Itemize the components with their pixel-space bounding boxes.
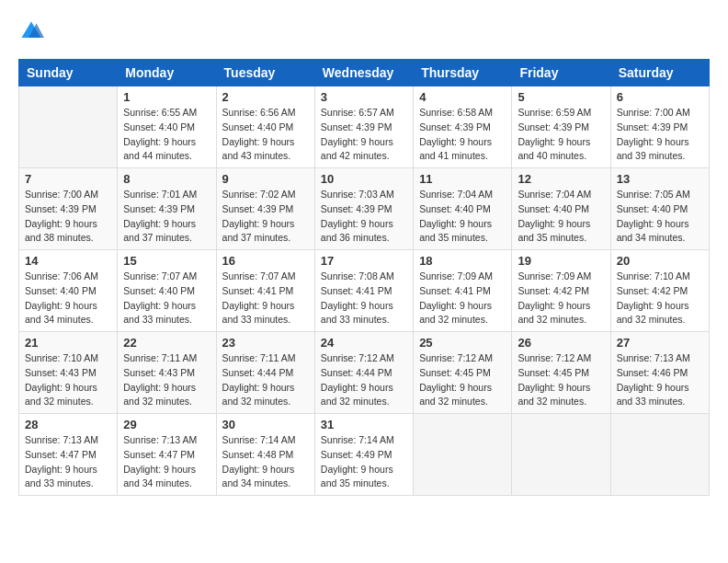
day-number: 7 — [25, 172, 111, 186]
calendar-cell: 2Sunrise: 6:56 AMSunset: 4:40 PMDaylight… — [216, 86, 314, 168]
calendar-cell: 30Sunrise: 7:14 AMSunset: 4:48 PMDayligh… — [216, 414, 314, 496]
day-number: 27 — [617, 336, 703, 350]
calendar-cell: 23Sunrise: 7:11 AMSunset: 4:44 PMDayligh… — [216, 332, 314, 414]
weekday-header-sunday: Sunday — [19, 60, 118, 86]
day-info: Sunrise: 6:55 AMSunset: 4:40 PMDaylight:… — [123, 106, 210, 164]
calendar-week-2: 7Sunrise: 7:00 AMSunset: 4:39 PMDaylight… — [19, 168, 710, 250]
day-number: 14 — [25, 254, 111, 268]
day-info: Sunrise: 7:10 AMSunset: 4:42 PMDaylight:… — [617, 270, 703, 327]
calendar-week-1: 1Sunrise: 6:55 AMSunset: 4:40 PMDaylight… — [19, 86, 710, 168]
weekday-header-thursday: Thursday — [414, 60, 512, 86]
calendar-cell: 1Sunrise: 6:55 AMSunset: 4:40 PMDaylight… — [118, 86, 216, 168]
day-info: Sunrise: 6:56 AMSunset: 4:40 PMDaylight:… — [222, 106, 309, 164]
day-number: 2 — [222, 90, 309, 104]
day-info: Sunrise: 7:13 AMSunset: 4:46 PMDaylight:… — [617, 351, 703, 409]
weekday-header-saturday: Saturday — [610, 60, 709, 86]
day-info: Sunrise: 6:58 AMSunset: 4:39 PMDaylight:… — [419, 106, 506, 164]
day-number: 25 — [419, 336, 506, 350]
calendar-cell: 27Sunrise: 7:13 AMSunset: 4:46 PMDayligh… — [610, 332, 709, 414]
day-number: 29 — [123, 418, 210, 431]
calendar-cell: 12Sunrise: 7:04 AMSunset: 4:40 PMDayligh… — [512, 168, 610, 250]
day-number: 30 — [222, 418, 309, 431]
calendar-cell: 14Sunrise: 7:06 AMSunset: 4:40 PMDayligh… — [19, 250, 118, 332]
day-info: Sunrise: 7:13 AMSunset: 4:47 PMDaylight:… — [25, 433, 111, 491]
calendar-week-5: 28Sunrise: 7:13 AMSunset: 4:47 PMDayligh… — [19, 414, 710, 496]
calendar-cell: 19Sunrise: 7:09 AMSunset: 4:42 PMDayligh… — [512, 250, 610, 332]
day-info: Sunrise: 7:12 AMSunset: 4:45 PMDaylight:… — [518, 351, 604, 409]
day-number: 15 — [123, 254, 210, 268]
calendar-cell: 6Sunrise: 7:00 AMSunset: 4:39 PMDaylight… — [610, 86, 709, 168]
logo — [18, 18, 48, 44]
day-info: Sunrise: 7:09 AMSunset: 4:41 PMDaylight:… — [419, 270, 506, 327]
calendar-cell: 3Sunrise: 6:57 AMSunset: 4:39 PMDaylight… — [314, 86, 413, 168]
day-number: 11 — [419, 172, 506, 186]
calendar-cell: 5Sunrise: 6:59 AMSunset: 4:39 PMDaylight… — [512, 86, 610, 168]
day-number: 31 — [321, 418, 407, 431]
calendar-cell — [512, 414, 610, 496]
day-info: Sunrise: 7:12 AMSunset: 4:45 PMDaylight:… — [419, 351, 506, 409]
calendar-week-3: 14Sunrise: 7:06 AMSunset: 4:40 PMDayligh… — [19, 250, 710, 332]
day-number: 20 — [617, 254, 703, 268]
weekday-header-friday: Friday — [512, 60, 610, 86]
calendar-cell: 7Sunrise: 7:00 AMSunset: 4:39 PMDaylight… — [19, 168, 118, 250]
calendar-cell: 16Sunrise: 7:07 AMSunset: 4:41 PMDayligh… — [216, 250, 314, 332]
calendar-cell: 13Sunrise: 7:05 AMSunset: 4:40 PMDayligh… — [610, 168, 709, 250]
day-number: 17 — [321, 254, 407, 268]
day-info: Sunrise: 7:03 AMSunset: 4:39 PMDaylight:… — [321, 188, 407, 246]
day-info: Sunrise: 7:11 AMSunset: 4:43 PMDaylight:… — [123, 351, 210, 409]
day-number: 22 — [123, 336, 210, 350]
weekday-header-monday: Monday — [118, 60, 216, 86]
day-info: Sunrise: 6:59 AMSunset: 4:39 PMDaylight:… — [518, 106, 604, 164]
day-info: Sunrise: 7:00 AMSunset: 4:39 PMDaylight:… — [617, 106, 703, 164]
day-number: 6 — [617, 90, 703, 104]
calendar-header-row: SundayMondayTuesdayWednesdayThursdayFrid… — [19, 60, 710, 86]
day-number: 9 — [222, 172, 309, 186]
calendar-cell: 9Sunrise: 7:02 AMSunset: 4:39 PMDaylight… — [216, 168, 314, 250]
calendar-cell: 25Sunrise: 7:12 AMSunset: 4:45 PMDayligh… — [414, 332, 512, 414]
calendar-cell: 8Sunrise: 7:01 AMSunset: 4:39 PMDaylight… — [118, 168, 216, 250]
day-number: 8 — [123, 172, 210, 186]
day-number: 26 — [518, 336, 604, 350]
calendar-table: SundayMondayTuesdayWednesdayThursdayFrid… — [18, 59, 710, 496]
day-info: Sunrise: 7:14 AMSunset: 4:48 PMDaylight:… — [222, 433, 309, 491]
calendar-cell: 29Sunrise: 7:13 AMSunset: 4:47 PMDayligh… — [118, 414, 216, 496]
day-number: 21 — [25, 336, 111, 350]
calendar-cell — [414, 414, 512, 496]
calendar-cell: 10Sunrise: 7:03 AMSunset: 4:39 PMDayligh… — [314, 168, 413, 250]
day-number: 19 — [518, 254, 604, 268]
calendar-cell: 24Sunrise: 7:12 AMSunset: 4:44 PMDayligh… — [314, 332, 413, 414]
day-info: Sunrise: 7:04 AMSunset: 4:40 PMDaylight:… — [419, 188, 506, 246]
day-info: Sunrise: 7:07 AMSunset: 4:41 PMDaylight:… — [222, 270, 309, 327]
day-number: 12 — [518, 172, 604, 186]
day-info: Sunrise: 7:07 AMSunset: 4:40 PMDaylight:… — [123, 270, 210, 327]
weekday-header-tuesday: Tuesday — [216, 60, 314, 86]
calendar-body: 1Sunrise: 6:55 AMSunset: 4:40 PMDaylight… — [19, 86, 710, 496]
day-number: 16 — [222, 254, 309, 268]
day-info: Sunrise: 7:06 AMSunset: 4:40 PMDaylight:… — [25, 270, 111, 327]
day-info: Sunrise: 7:12 AMSunset: 4:44 PMDaylight:… — [321, 351, 407, 409]
day-number: 18 — [419, 254, 506, 268]
weekday-header-wednesday: Wednesday — [314, 60, 413, 86]
calendar-cell: 31Sunrise: 7:14 AMSunset: 4:49 PMDayligh… — [314, 414, 413, 496]
calendar-cell: 15Sunrise: 7:07 AMSunset: 4:40 PMDayligh… — [118, 250, 216, 332]
day-number: 4 — [419, 90, 506, 104]
day-info: Sunrise: 7:09 AMSunset: 4:42 PMDaylight:… — [518, 270, 604, 327]
calendar-cell: 20Sunrise: 7:10 AMSunset: 4:42 PMDayligh… — [610, 250, 709, 332]
day-info: Sunrise: 7:05 AMSunset: 4:40 PMDaylight:… — [617, 188, 703, 246]
day-number: 28 — [25, 418, 111, 431]
day-number: 3 — [321, 90, 407, 104]
logo-icon — [18, 18, 44, 44]
day-info: Sunrise: 7:04 AMSunset: 4:40 PMDaylight:… — [518, 188, 604, 246]
day-info: Sunrise: 7:00 AMSunset: 4:39 PMDaylight:… — [25, 188, 111, 246]
day-info: Sunrise: 7:02 AMSunset: 4:39 PMDaylight:… — [222, 188, 309, 246]
day-info: Sunrise: 6:57 AMSunset: 4:39 PMDaylight:… — [321, 106, 407, 164]
calendar-cell: 4Sunrise: 6:58 AMSunset: 4:39 PMDaylight… — [414, 86, 512, 168]
day-info: Sunrise: 7:01 AMSunset: 4:39 PMDaylight:… — [123, 188, 210, 246]
calendar-cell: 21Sunrise: 7:10 AMSunset: 4:43 PMDayligh… — [19, 332, 118, 414]
calendar-cell — [610, 414, 709, 496]
page-header — [18, 18, 710, 44]
day-number: 10 — [321, 172, 407, 186]
day-info: Sunrise: 7:11 AMSunset: 4:44 PMDaylight:… — [222, 351, 309, 409]
calendar-cell: 22Sunrise: 7:11 AMSunset: 4:43 PMDayligh… — [118, 332, 216, 414]
calendar-week-4: 21Sunrise: 7:10 AMSunset: 4:43 PMDayligh… — [19, 332, 710, 414]
